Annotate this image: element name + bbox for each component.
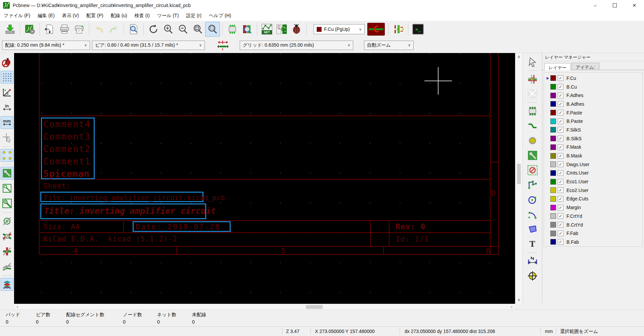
layer-color-swatch[interactable] [550, 93, 556, 98]
layer-visibility-checkbox[interactable]: ✓ [558, 153, 563, 159]
refresh-view-button[interactable] [146, 22, 161, 37]
layer-color-swatch[interactable] [550, 118, 556, 124]
scroll-left-arrow[interactable]: ‹ [15, 304, 20, 309]
zone-display-outline-toggle[interactable] [1, 182, 13, 195]
horizontal-scrollbar[interactable]: ‹ › [14, 304, 515, 310]
layer-row[interactable]: ✓Eco2.User [544, 186, 642, 195]
layer-row[interactable]: ✓B.Adhes [544, 100, 642, 108]
horizontal-scroll-thumb[interactable] [306, 305, 323, 309]
layer-color-swatch[interactable] [550, 239, 556, 245]
add-dimension-tool[interactable] [526, 255, 539, 268]
zone-display-filled-toggle[interactable] [1, 167, 13, 180]
layer-color-swatch[interactable] [550, 170, 556, 176]
layer-visibility-checkbox[interactable]: ✓ [558, 136, 563, 141]
menu-route[interactable]: 配線 (u) [107, 11, 131, 20]
polar-coords-toggle[interactable]: rθ [1, 86, 13, 99]
layer-row[interactable]: ✓F.Fab [544, 229, 642, 238]
layer-row[interactable]: ✓B.Fab [544, 238, 642, 246]
layer-visibility-checkbox[interactable]: ✓ [558, 93, 563, 98]
layer-color-swatch[interactable] [550, 153, 556, 159]
minimize-button[interactable]: – [586, 0, 605, 11]
routed-track-outline-toggle[interactable] [1, 260, 13, 273]
draw-circle-tool[interactable] [526, 193, 539, 206]
layer-row[interactable]: ✓B.Paste [544, 117, 642, 126]
vertical-scroll-thumb[interactable] [517, 164, 521, 184]
plot-button[interactable] [72, 22, 87, 37]
menu-file[interactable]: ファイル (F) [0, 11, 34, 20]
zoom-in-button[interactable] [161, 22, 176, 37]
layer-row[interactable]: ✓F.Mask [544, 143, 642, 152]
layer-visibility-checkbox[interactable]: ✓ [558, 118, 563, 124]
layer-visibility-checkbox[interactable]: ✓ [558, 101, 563, 107]
drc-off-toggle[interactable] [1, 56, 13, 68]
layer-color-swatch[interactable] [550, 84, 556, 90]
layer-visibility-checkbox[interactable]: ✓ [558, 196, 563, 202]
draw-polygon-tool[interactable] [526, 223, 539, 236]
zoom-out-button[interactable] [176, 22, 190, 37]
footprint-viewer-button[interactable] [240, 22, 255, 37]
units-inch-toggle[interactable]: in [1, 101, 13, 114]
layer-row[interactable]: ✓F.Adhes [544, 91, 642, 100]
netlist-button[interactable]: NET [260, 22, 274, 37]
layer-color-swatch[interactable] [550, 127, 556, 133]
layer-presentation-button[interactable] [367, 23, 385, 36]
scroll-right-arrow[interactable]: › [509, 304, 514, 309]
tab-items[interactable]: アイテム: [571, 63, 599, 70]
layer-color-swatch[interactable] [550, 110, 556, 115]
footprint-mode-button[interactable] [225, 22, 240, 37]
layer-color-swatch[interactable] [550, 161, 556, 167]
layer-visibility-checkbox[interactable]: ✓ [558, 170, 563, 176]
layer-visibility-checkbox[interactable]: ✓ [558, 179, 563, 185]
redo-button[interactable] [106, 22, 121, 37]
layer-row[interactable]: ✓Margin [544, 203, 642, 212]
menu-preferences[interactable]: 設定 (r) [182, 11, 205, 20]
add-filled-zone-tool[interactable] [526, 149, 539, 162]
save-button[interactable] [3, 22, 17, 37]
select-tool[interactable] [526, 56, 539, 68]
high-contrast-mode-toggle[interactable] [1, 278, 13, 291]
layer-row[interactable]: ✓B.Cu [544, 83, 642, 91]
layer-color-swatch[interactable] [550, 136, 556, 141]
update-pcb-from-schematic-button[interactable] [274, 22, 289, 37]
layer-visibility-checkbox[interactable]: ✓ [558, 161, 563, 167]
via-size-dropdown[interactable]: ビア: 0.80 / 0.40 mm (31.5 / 15.7 mils) * … [92, 41, 205, 50]
layer-row[interactable]: ✓Cmts.User [544, 169, 642, 178]
layer-row[interactable]: ✓B.SilkS [544, 134, 642, 143]
zoom-fit-button[interactable] [190, 22, 205, 37]
layer-visibility-checkbox[interactable]: ✓ [558, 127, 563, 133]
layer-row[interactable]: ✓F.Paste [544, 108, 642, 117]
layer-row[interactable]: ✓Dwgs.User [544, 160, 642, 169]
layer-color-swatch[interactable] [550, 213, 556, 219]
draw-line-tool[interactable] [526, 179, 539, 191]
add-text-tool[interactable]: T [526, 238, 539, 250]
layer-visibility-checkbox[interactable]: ✓ [558, 144, 563, 150]
menu-edit[interactable]: 編集 (E) [34, 11, 58, 20]
layer-visibility-checkbox[interactable]: ✓ [558, 239, 563, 245]
menu-place[interactable]: 配置 (P) [83, 11, 107, 20]
menu-tools[interactable]: ツール (T) [153, 11, 182, 20]
maximize-button[interactable] [605, 0, 625, 11]
track-width-dropdown[interactable]: 配線: 0.250 mm (9.84 mils) * ∨ [2, 41, 90, 50]
units-mm-toggle[interactable]: mm [1, 116, 13, 129]
track-outline-mode-toggle[interactable] [1, 230, 13, 243]
layer-row[interactable]: ▶ ✓ F.Cu [544, 74, 642, 83]
layer-row[interactable]: ✓B.CrtYd [544, 221, 642, 229]
find-button[interactable] [126, 22, 141, 37]
layer-color-swatch[interactable] [550, 144, 556, 150]
layer-row[interactable]: ✓Eco1.User [544, 177, 642, 186]
layer-row[interactable]: ✓F.CrtYd [544, 212, 642, 221]
undo-button[interactable] [92, 22, 106, 37]
layer-visibility-checkbox[interactable]: ✓ [558, 84, 563, 90]
page-settings-button[interactable] [42, 22, 57, 37]
zone-display-outline-pad-toggle[interactable] [1, 197, 13, 210]
layer-visibility-checkbox[interactable]: ✓ [558, 75, 563, 81]
grid-size-dropdown[interactable]: グリッド: 0.6350 mm (25.00 mils) ∨ [240, 41, 353, 50]
scroll-down-arrow[interactable]: ∨ [515, 297, 522, 302]
vertical-scrollbar[interactable]: ∧ ∨ [515, 53, 522, 304]
layer-visibility-checkbox[interactable]: ✓ [558, 213, 563, 219]
add-footprint-tool[interactable] [526, 105, 539, 117]
layer-color-swatch[interactable] [550, 179, 556, 185]
auto-track-width-button[interactable] [216, 38, 230, 53]
layer-color-swatch[interactable] [550, 205, 556, 210]
drc-button[interactable] [289, 22, 304, 37]
